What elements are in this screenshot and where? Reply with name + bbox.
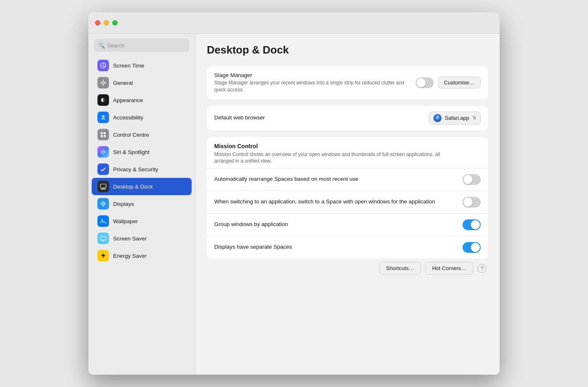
search-container: 🔍 Search — [88, 34, 195, 57]
sidebar-item-accessibility[interactable]: Accessibility — [92, 109, 192, 126]
sidebar-item-label-desktop-dock: Desktop & Dock — [113, 184, 153, 190]
mission-control-desc: Mission Control shows an overview of you… — [214, 151, 461, 165]
auto-rearrange-title: Automatically rearrange Spaces based on … — [214, 176, 456, 182]
accessibility-icon — [97, 112, 109, 123]
mission-control-title: Mission Control — [214, 143, 481, 149]
auto-rearrange-row: Automatically rearrange Spaces based on … — [207, 168, 488, 191]
browser-chevron-icon: ⇅ — [472, 115, 476, 121]
auto-rearrange-control — [463, 174, 481, 185]
sidebar-item-label-wallpaper: Wallpaper — [113, 218, 138, 224]
default-browser-title: Default web browser — [214, 114, 422, 121]
sidebar-item-screen-saver[interactable]: Screen Saver — [92, 230, 192, 247]
stage-manager-desc: Stage Manager arranges your recent windo… — [214, 79, 409, 93]
sidebar-item-label-siri: Siri & Spotlight — [113, 149, 150, 155]
general-icon — [97, 77, 109, 89]
sidebar-item-label-control-centre: Control Centre — [113, 132, 149, 138]
screen-saver-icon — [97, 233, 109, 244]
stage-manager-controls: Customise… — [416, 77, 481, 89]
search-icon: 🔍 — [98, 42, 105, 49]
sidebar-item-displays[interactable]: Displays — [92, 195, 192, 212]
traffic-lights — [95, 20, 118, 26]
sidebar-item-siri-spotlight[interactable]: Siri & Spotlight — [92, 143, 192, 161]
customise-button[interactable]: Customise… — [438, 77, 481, 89]
safari-icon — [433, 114, 442, 122]
separate-spaces-toggle[interactable] — [463, 242, 481, 253]
sidebar-item-general[interactable]: General — [92, 74, 192, 91]
bottom-buttons: Shortcuts… Hot Corners… ? — [207, 262, 488, 275]
wallpaper-icon — [97, 215, 109, 227]
sidebar-item-label-general: General — [113, 80, 133, 86]
siri-icon — [97, 146, 109, 158]
svg-point-24 — [102, 219, 102, 220]
browser-selector[interactable]: Safari.app ⇅ — [429, 112, 481, 125]
stage-manager-section: Stage Manager Stage Manager arranges you… — [207, 66, 488, 99]
sidebar-item-label-screen-time: Screen Time — [113, 63, 144, 69]
switch-space-knob — [463, 198, 472, 207]
main-content: 🔍 Search Screen Time — [88, 34, 500, 375]
screen-time-icon — [97, 60, 109, 71]
separate-spaces-title: Displays have separate Spaces — [214, 244, 456, 250]
detail-panel: Desktop & Dock Stage Manager Stage Manag… — [195, 34, 500, 375]
default-browser-info: Default web browser — [214, 114, 422, 122]
switch-space-toggle[interactable] — [463, 197, 481, 207]
sidebar-item-control-centre[interactable]: Control Centre — [92, 126, 192, 143]
close-button[interactable] — [95, 20, 100, 26]
svg-rect-27 — [102, 240, 104, 241]
appearance-icon — [97, 94, 109, 106]
stage-manager-toggle[interactable] — [416, 77, 434, 88]
help-button[interactable]: ? — [477, 264, 486, 273]
svg-rect-8 — [100, 131, 107, 138]
sidebar-item-energy-saver[interactable]: Energy Saver — [92, 247, 192, 264]
group-windows-row: Group windows by application — [207, 214, 488, 236]
stage-manager-row: Stage Manager Stage Manager arranges you… — [207, 66, 488, 99]
group-windows-info: Group windows by application — [214, 221, 456, 228]
default-browser-controls: Safari.app ⇅ — [429, 112, 481, 125]
separate-spaces-knob — [471, 243, 480, 252]
auto-rearrange-knob — [463, 175, 472, 184]
switch-space-control — [463, 197, 481, 207]
auto-rearrange-info: Automatically rearrange Spaces based on … — [214, 176, 456, 183]
sidebar-item-label-displays: Displays — [113, 201, 134, 207]
group-windows-toggle[interactable] — [463, 219, 481, 230]
sidebar-item-label-accessibility: Accessibility — [113, 114, 144, 121]
stage-manager-title: Stage Manager — [214, 72, 409, 78]
desktop-dock-icon — [97, 181, 109, 192]
mission-control-section: Mission Control Mission Control shows an… — [207, 137, 488, 259]
system-preferences-window: 🔍 Search Screen Time — [88, 12, 500, 375]
page-title: Desktop & Dock — [207, 44, 488, 56]
svg-rect-12 — [104, 135, 106, 137]
default-browser-section: Default web browser — [207, 106, 488, 131]
displays-icon — [97, 198, 109, 210]
auto-rearrange-toggle[interactable] — [463, 174, 481, 185]
sidebar-item-wallpaper[interactable]: Wallpaper — [92, 212, 192, 230]
sidebar-item-privacy-security[interactable]: Privacy & Security — [92, 161, 192, 178]
sidebar-item-label-energy-saver: Energy Saver — [113, 253, 147, 259]
search-placeholder: Search — [107, 42, 124, 49]
svg-rect-18 — [101, 189, 106, 189]
privacy-icon — [97, 163, 109, 175]
sidebar-item-desktop-dock[interactable]: Desktop & Dock — [92, 178, 192, 195]
sidebar-item-label-privacy: Privacy & Security — [113, 166, 158, 173]
sidebar-item-appearance[interactable]: Appearance — [92, 91, 192, 109]
maximize-button[interactable] — [112, 20, 118, 26]
search-box[interactable]: 🔍 Search — [94, 39, 189, 52]
sidebar-item-label-screen-saver: Screen Saver — [113, 235, 147, 242]
separate-spaces-info: Displays have separate Spaces — [214, 244, 456, 251]
shortcuts-button[interactable]: Shortcuts… — [379, 262, 421, 275]
minimize-button[interactable] — [104, 20, 109, 26]
group-windows-control — [463, 219, 481, 230]
separate-spaces-row: Displays have separate Spaces — [207, 236, 488, 259]
sidebar-item-screen-time[interactable]: Screen Time — [92, 57, 192, 74]
svg-rect-10 — [104, 132, 106, 134]
mission-control-header: Mission Control Mission Control shows an… — [207, 137, 488, 169]
sidebar-item-label-appearance: Appearance — [113, 97, 143, 103]
titlebar — [88, 12, 500, 34]
separate-spaces-control — [463, 242, 481, 253]
group-windows-title: Group windows by application — [214, 221, 456, 227]
hot-corners-button[interactable]: Hot Corners… — [425, 262, 473, 275]
energy-saver-icon — [97, 250, 109, 261]
switch-space-row: When switching to an application, switch… — [207, 191, 488, 214]
svg-rect-9 — [101, 132, 103, 134]
svg-rect-22 — [100, 217, 107, 225]
sidebar: 🔍 Search Screen Time — [88, 34, 195, 375]
